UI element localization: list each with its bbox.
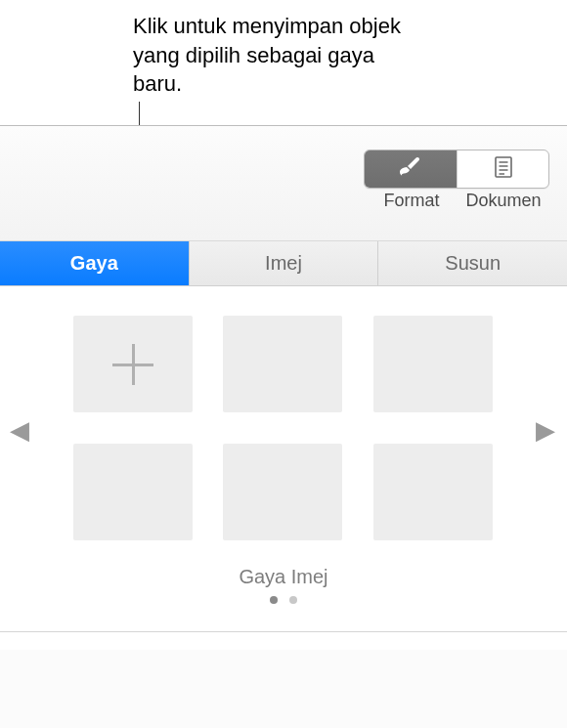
document-mode-label: Dokumen: [458, 191, 549, 211]
inspector-toolbar: Format Dokumen: [0, 126, 567, 241]
style-tile[interactable]: [223, 444, 342, 540]
styles-caption: Gaya Imej: [41, 566, 526, 588]
style-tile[interactable]: [373, 444, 493, 540]
document-mode-button[interactable]: [457, 150, 548, 188]
add-style-icon: [112, 344, 153, 385]
tab-arrange[interactable]: Susun: [378, 241, 567, 285]
format-mode-button[interactable]: [365, 150, 457, 188]
footer-spacer: [0, 632, 567, 650]
style-grid: [73, 316, 494, 540]
image-styles-section: ◀ ▶ Gaya Imej: [0, 286, 567, 631]
format-mode-label: Format: [366, 191, 458, 211]
format-brush-icon: [398, 155, 423, 183]
page-dot[interactable]: [270, 596, 278, 604]
styles-prev-button[interactable]: ◀: [10, 415, 29, 446]
tab-style[interactable]: Gaya: [0, 241, 190, 285]
chevron-right-icon: ▶: [536, 415, 555, 445]
styles-page-dots: [41, 596, 526, 621]
callout-text: Klik untuk menyimpan objek yang dipilih …: [133, 12, 426, 99]
style-tile[interactable]: [373, 316, 493, 412]
page-dot[interactable]: [289, 596, 297, 604]
document-icon: [493, 155, 514, 183]
tab-image[interactable]: Imej: [190, 241, 379, 285]
style-tile[interactable]: [73, 444, 193, 540]
style-tile[interactable]: [223, 316, 342, 412]
styles-next-button[interactable]: ▶: [536, 415, 555, 446]
inspector-panel: Format Dokumen Gaya Imej Susun ◀ ▶ Ga: [0, 125, 567, 728]
chevron-left-icon: ◀: [10, 415, 29, 445]
format-tabs: Gaya Imej Susun: [0, 241, 567, 286]
inspector-mode-labels: Format Dokumen: [366, 191, 549, 211]
inspector-mode-segmented: [364, 150, 549, 189]
add-style-tile[interactable]: [73, 316, 193, 412]
